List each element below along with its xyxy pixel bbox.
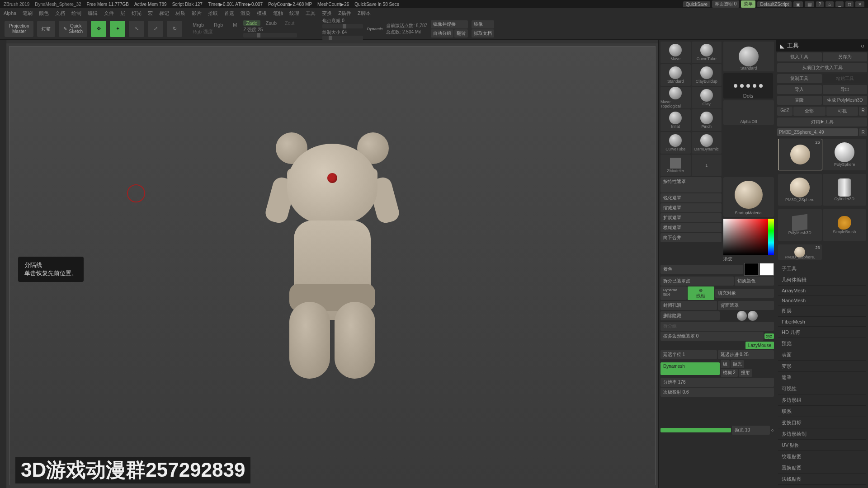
close-icon[interactable]: ✕	[855, 1, 864, 7]
split-groups-button[interactable]: 拆分组	[660, 322, 774, 331]
tool-thumb-zsphere[interactable]: PM3D_ZSphere	[778, 174, 822, 206]
tool-thumb-polysphere[interactable]: PolySphere	[823, 139, 867, 170]
subpalette-item[interactable]: 多边形绘制	[778, 429, 866, 440]
subpalette-item[interactable]: NanoMesh	[778, 296, 866, 305]
menu-item[interactable]: 纹理	[289, 10, 299, 17]
brush-move[interactable]: Move	[660, 42, 691, 63]
subpalette-item[interactable]: FiberMesh	[778, 317, 866, 327]
menu-item[interactable]: 编辑	[88, 10, 98, 17]
zsub-toggle[interactable]: Zsub	[263, 20, 279, 26]
scale-mode-button[interactable]: ⤢	[148, 21, 163, 37]
split-masked-button[interactable]: 拆分已遮罩点	[660, 277, 734, 286]
tool-thumb-simplebrush[interactable]: SimpleBrush	[823, 209, 867, 241]
subpalette-item[interactable]: HD 几何	[778, 327, 866, 338]
import-project-button[interactable]: 从项目文件载入工具	[777, 63, 867, 72]
subpalette-item[interactable]: 几何体编辑	[778, 275, 866, 286]
sculpt-model[interactable]	[255, 130, 409, 401]
rotate-mode-button[interactable]: ↻	[167, 21, 182, 37]
quicksketch-button[interactable]: ✎Quick Sketch	[59, 21, 87, 37]
viewport[interactable]	[9, 46, 656, 485]
menu-item[interactable]: 工具	[306, 10, 316, 17]
subpalette-item[interactable]: ArrayMesh	[778, 286, 866, 296]
subpalette-item[interactable]: 变形	[778, 361, 866, 372]
menu-item[interactable]: 灯光	[132, 10, 142, 17]
zcut-toggle[interactable]: Zcut	[282, 20, 297, 26]
goz-visible-button[interactable]: 可视	[826, 107, 859, 116]
window-icon[interactable]: ?	[816, 1, 824, 7]
swatch-black[interactable]	[744, 263, 759, 276]
menu-item[interactable]: Z脚本	[358, 10, 371, 17]
save-as-button[interactable]: 另存为	[823, 52, 868, 61]
home-icon[interactable]: ⌂	[826, 1, 834, 7]
menu-item[interactable]: Alpha	[4, 10, 16, 16]
subpalette-item[interactable]: UV 贴图	[778, 440, 866, 451]
lazy-step-slider[interactable]: 延迟步进 0.25	[718, 350, 774, 359]
subpalette-item[interactable]: 置换贴图	[778, 463, 866, 474]
draw-mode-button[interactable]: ✦	[110, 21, 125, 37]
material-preview[interactable]	[735, 181, 763, 209]
menu-item[interactable]: 材质	[175, 10, 185, 17]
export-button[interactable]: 导出	[823, 85, 868, 94]
subpalette-item[interactable]: 法线贴图	[778, 474, 866, 485]
menu-item[interactable]: 笔刷	[23, 10, 33, 17]
stroke-preview[interactable]: Dots	[723, 73, 773, 99]
menu-toggle-button[interactable]: 菜单	[741, 0, 755, 8]
pin-icon[interactable]: ○	[861, 42, 864, 49]
zadd-toggle[interactable]: Zadd	[243, 20, 260, 26]
window-icon[interactable]: ▣	[793, 1, 803, 7]
brush-zmodeler[interactable]: ZModeler	[660, 155, 691, 176]
current-brush-preview[interactable]: Standard	[723, 42, 774, 71]
subpalette-item[interactable]: 遮罩	[778, 372, 866, 383]
paste-tool-button[interactable]: 粘贴工具	[823, 74, 868, 83]
menu-item[interactable]: 文件	[104, 10, 114, 17]
autogroup-button[interactable]: 自动分组	[431, 29, 453, 38]
brush-standard[interactable]: Standard	[660, 64, 691, 86]
switch-color-button[interactable]: 切换颜色	[735, 277, 774, 286]
subpalette-item[interactable]: 变换目标	[778, 418, 866, 428]
maximize-icon[interactable]: □	[845, 1, 854, 7]
brush-curvetube2[interactable]: CurveTube	[660, 132, 691, 154]
collapse-icon[interactable]: ◣	[780, 42, 784, 49]
quicksave-button[interactable]: QuickSave	[683, 1, 710, 7]
subpalette-item[interactable]: 图层	[778, 306, 866, 317]
group-toggle[interactable]: 组	[721, 360, 730, 368]
tool-thumb-polymesh3d[interactable]: PolyMesh3D	[778, 209, 822, 241]
minimize-icon[interactable]: _	[835, 1, 844, 7]
zscript-label[interactable]: DefaultZScript	[757, 1, 791, 7]
brush-inflat[interactable]: Inflat	[660, 109, 691, 131]
lazymouse-button[interactable]: LazyMouse	[745, 342, 774, 349]
move-mode-button[interactable]: ⤡	[129, 21, 144, 37]
merge-down-button[interactable]: 向下合并	[660, 233, 722, 242]
fill-object-button[interactable]: 填充对象	[715, 289, 774, 298]
brush-claybuildup[interactable]: ClayBuildup	[692, 64, 722, 86]
lightbox-button[interactable]: 灯箱	[37, 21, 55, 37]
subpalette-item[interactable]: 矢量置换贴图	[778, 485, 866, 488]
grow-mask-button[interactable]: 扩展遮罩	[660, 213, 722, 222]
brush-movetopological[interactable]: Move Topological	[660, 87, 691, 108]
goz-all-button[interactable]: 全部	[793, 107, 826, 116]
mrgb-toggle[interactable]: Mrgb	[190, 22, 207, 28]
import-button[interactable]: 导入	[777, 85, 822, 94]
goz-button[interactable]: GoZ	[777, 107, 793, 116]
subpalette-item[interactable]: 子工具	[778, 263, 866, 274]
brush-pinch[interactable]: Pinch	[692, 109, 722, 131]
focal-shift-slider[interactable]: 焦点衰减 0	[322, 18, 363, 28]
flip-button[interactable]: 翻转	[454, 29, 468, 38]
subpalette-item[interactable]: 联系	[778, 406, 866, 417]
mirror-button[interactable]: 镜像	[472, 20, 494, 28]
sphere-icon[interactable]	[737, 311, 747, 321]
sphere-icon[interactable]	[748, 311, 758, 321]
subpalette-item[interactable]: 多边形组	[778, 395, 866, 406]
close-holes-button[interactable]: 封闭孔洞	[660, 301, 717, 310]
menu-item[interactable]: 拾取	[208, 10, 218, 17]
subpalette-item[interactable]: 表面	[778, 350, 866, 361]
edit-mode-button[interactable]: ✥	[91, 21, 106, 37]
brush-damdynamic[interactable]: DamDynamic	[692, 132, 722, 154]
capture-doc-button[interactable]: 抓取文档	[472, 29, 494, 38]
delete-hidden-button[interactable]: 删除隐藏	[660, 311, 720, 320]
menu-item[interactable]: 首选	[224, 10, 234, 17]
xyz-badge[interactable]: xyz	[764, 333, 774, 339]
lazy-radius-slider[interactable]: 延迟半径 1	[660, 350, 717, 359]
left-tray[interactable]	[0, 40, 6, 488]
menu-item[interactable]: 文档	[55, 10, 65, 17]
